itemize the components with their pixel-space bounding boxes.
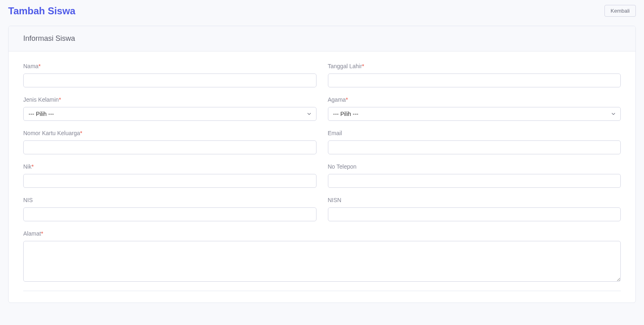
tanggal-lahir-input[interactable] bbox=[328, 73, 621, 87]
email-input[interactable] bbox=[328, 140, 621, 154]
jenis-kelamin-select[interactable]: --- Pilih --- bbox=[23, 107, 316, 121]
nik-input[interactable] bbox=[23, 174, 316, 188]
nik-label: Nik* bbox=[23, 163, 316, 170]
nis-label: NIS bbox=[23, 197, 316, 203]
label-text: Nama bbox=[23, 63, 38, 69]
alamat-textarea[interactable] bbox=[23, 241, 621, 282]
required-mark: * bbox=[41, 230, 43, 237]
label-text: No Telepon bbox=[328, 163, 357, 170]
nisn-label: NISN bbox=[328, 197, 621, 203]
tanggal-lahir-label: Tanggal Lahir* bbox=[328, 63, 621, 69]
required-mark: * bbox=[59, 96, 61, 103]
required-mark: * bbox=[346, 96, 348, 103]
label-text: Email bbox=[328, 130, 342, 136]
required-mark: * bbox=[31, 163, 33, 170]
agama-label: Agama* bbox=[328, 96, 621, 103]
label-text: Jenis Kelamin bbox=[23, 96, 59, 103]
nomor-kk-input[interactable] bbox=[23, 140, 316, 154]
required-mark: * bbox=[38, 63, 40, 69]
required-mark: * bbox=[80, 130, 82, 136]
email-label: Email bbox=[328, 130, 621, 136]
back-button[interactable]: Kembali bbox=[604, 5, 636, 17]
alamat-label: Alamat* bbox=[23, 230, 621, 237]
section-divider bbox=[23, 291, 621, 291]
nis-input[interactable] bbox=[23, 207, 316, 221]
page-title: Tambah Siswa bbox=[8, 5, 75, 17]
jenis-kelamin-label: Jenis Kelamin* bbox=[23, 96, 316, 103]
label-text: Tanggal Lahir bbox=[328, 63, 362, 69]
label-text: Alamat bbox=[23, 230, 41, 237]
form-card: Informasi Siswa Nama* Tanggal Lahir* bbox=[8, 26, 636, 303]
label-text: NISN bbox=[328, 197, 341, 203]
nama-input[interactable] bbox=[23, 73, 316, 87]
nomor-kk-label: Nomor Kartu Keluarga* bbox=[23, 130, 316, 136]
label-text: Nomor Kartu Keluarga bbox=[23, 130, 80, 136]
no-telepon-input[interactable] bbox=[328, 174, 621, 188]
card-header: Informasi Siswa bbox=[9, 26, 635, 51]
label-text: Agama bbox=[328, 96, 346, 103]
agama-select[interactable]: --- Pilih --- bbox=[328, 107, 621, 121]
nisn-input[interactable] bbox=[328, 207, 621, 221]
no-telepon-label: No Telepon bbox=[328, 163, 621, 170]
label-text: Nik bbox=[23, 163, 31, 170]
required-mark: * bbox=[362, 63, 364, 69]
label-text: NIS bbox=[23, 197, 33, 203]
nama-label: Nama* bbox=[23, 63, 316, 69]
